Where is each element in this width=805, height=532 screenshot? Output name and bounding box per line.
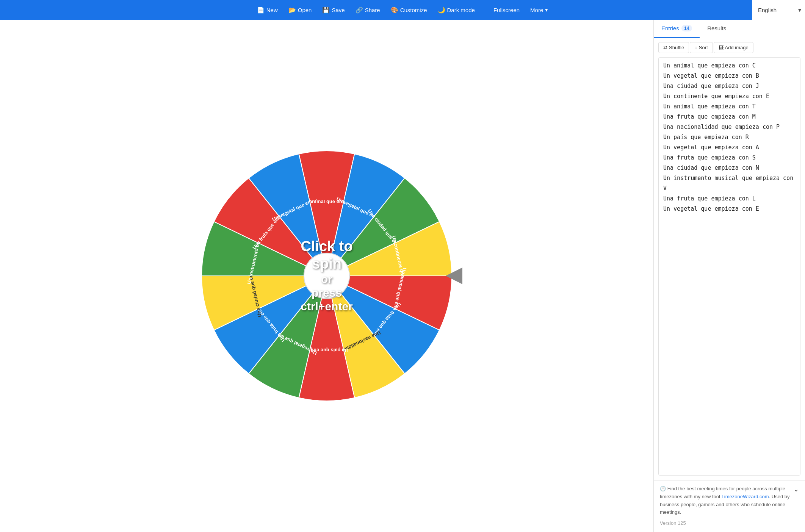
wheel-container[interactable]: Un animal que emp....Un vegetal que em..… <box>194 143 459 408</box>
timezone-link[interactable]: TimezoneWizard.com <box>721 494 769 499</box>
chevron-down-icon: ▾ <box>545 6 548 13</box>
header: 📄 New 📂 Open 💾 Save 🔗 Share 🎨 Customize … <box>0 0 805 20</box>
sort-button[interactable]: ↕ Sort <box>690 42 713 53</box>
info-text: 🕐 Find the best meeting times for people… <box>660 485 793 516</box>
language-selector-wrapper: English Español Français <box>802 0 805 20</box>
main-content: Un animal que emp....Un vegetal que em..… <box>0 20 805 532</box>
wheel-area[interactable]: Un animal que emp....Un vegetal que em..… <box>0 20 653 532</box>
open-icon: 📂 <box>288 6 296 14</box>
clock-icon: 🕐 <box>660 486 666 491</box>
moon-icon: 🌙 <box>438 6 445 14</box>
fullscreen-button[interactable]: ⛶ Fullscreen <box>481 4 524 16</box>
add-image-button[interactable]: 🖼 Add image <box>714 42 753 53</box>
svg-point-14 <box>304 253 349 299</box>
save-icon: 💾 <box>322 6 330 14</box>
action-bar: ⇄ Shuffle ↕ Sort 🖼 Add image <box>654 38 805 57</box>
version-text: Version 125 <box>660 519 799 527</box>
sort-icon: ↕ <box>695 45 697 50</box>
save-button[interactable]: 💾 Save <box>318 4 349 16</box>
customize-button[interactable]: 🎨 Customize <box>386 4 432 16</box>
results-tab[interactable]: Results <box>700 20 734 38</box>
info-box: 🕐 Find the best meeting times for people… <box>654 480 805 532</box>
customize-icon: 🎨 <box>391 6 398 14</box>
wheel-pointer <box>446 268 462 284</box>
info-header: 🕐 Find the best meeting times for people… <box>660 485 799 516</box>
sidebar: Entries 14 Results ⇄ Shuffle ↕ Sort 🖼 Ad… <box>653 20 805 532</box>
language-select[interactable]: English Español Français <box>752 0 805 20</box>
info-collapse-button[interactable]: ⌄ <box>793 485 799 493</box>
dark-mode-button[interactable]: 🌙 Dark mode <box>433 4 479 16</box>
new-button[interactable]: 📄 New <box>252 4 282 16</box>
entries-count-badge: 14 <box>681 25 692 31</box>
wheel-svg[interactable]: Un animal que emp....Un vegetal que em..… <box>194 143 459 408</box>
share-button[interactable]: 🔗 Share <box>351 4 385 16</box>
share-icon: 🔗 <box>356 6 363 14</box>
fullscreen-icon: ⛶ <box>486 6 492 13</box>
entries-textarea[interactable] <box>658 57 800 476</box>
entries-tab[interactable]: Entries 14 <box>654 20 700 38</box>
tab-bar: Entries 14 Results <box>654 20 805 38</box>
image-icon: 🖼 <box>719 45 724 50</box>
open-button[interactable]: 📂 Open <box>284 4 316 16</box>
shuffle-button[interactable]: ⇄ Shuffle <box>658 42 689 53</box>
new-icon: 📄 <box>257 6 265 14</box>
shuffle-icon: ⇄ <box>663 45 667 50</box>
more-button[interactable]: More ▾ <box>526 4 553 16</box>
